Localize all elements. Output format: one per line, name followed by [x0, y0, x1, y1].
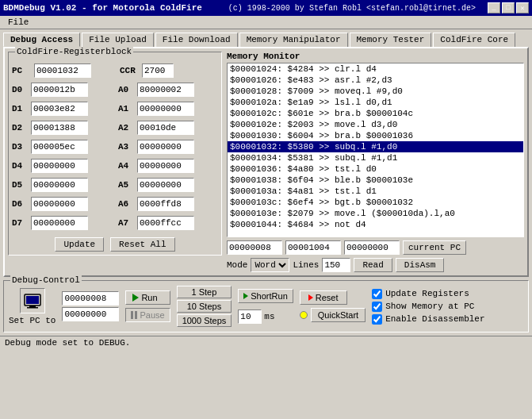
- a0-label: A0: [118, 85, 134, 94]
- memory-list[interactable]: $00001024: $4284 >> clr.l d4$00001026: $…: [227, 63, 524, 237]
- memory-line[interactable]: $00001044: $4684 >> not d4: [228, 219, 523, 230]
- memory-line[interactable]: $0000102a: $e1a9 >> lsl.l d0,d1: [228, 97, 523, 108]
- memory-line[interactable]: $0000103a: $4a81 >> tst.l d1: [228, 186, 523, 197]
- memory-line[interactable]: $0000102e: $2003 >> move.l d3,d0: [228, 119, 523, 130]
- lines-label: Lines: [293, 260, 319, 270]
- ccr-input[interactable]: [142, 63, 174, 78]
- file-menu[interactable]: File: [3, 16, 33, 29]
- pc-ccr-row: PC CCR: [12, 63, 218, 78]
- checkbox-enable-disassembler: Enable Disassembler: [372, 314, 484, 325]
- enable-disassembler-label: Enable Disassembler: [385, 314, 484, 324]
- update-button[interactable]: Update: [55, 237, 104, 252]
- close-button[interactable]: ✕: [516, 2, 529, 13]
- maximize-button[interactable]: □: [502, 2, 515, 13]
- title-bar: BDMDebug V1.02 - for Motorola ColdFire (…: [0, 0, 532, 16]
- update-reset-row: Update Reset All: [12, 237, 218, 252]
- reset-area: Reset QuickStart: [300, 290, 366, 322]
- d5-label: D5: [12, 180, 28, 190]
- memory-line[interactable]: $00001026: $e483 >> asr.l #2,d3: [228, 75, 523, 86]
- a0-input[interactable]: [137, 83, 194, 97]
- step1000-button[interactable]: 1000 Steps: [177, 314, 232, 327]
- memory-line[interactable]: $0000103c: $6ef4 >> bgt.b $00001032: [228, 197, 523, 208]
- memory-line[interactable]: $00001038: $6f04 >> ble.b $0000103e: [228, 175, 523, 186]
- d3-row: D3: [12, 140, 112, 154]
- disasm-button[interactable]: DisAsm: [396, 258, 445, 272]
- a2-input[interactable]: [137, 121, 194, 135]
- memory-line[interactable]: $0000103e: $2079 >> move.l ($000010da).l…: [228, 208, 523, 219]
- tab-file-upload[interactable]: File Upload: [82, 33, 154, 47]
- tab-file-download[interactable]: File Download: [155, 33, 238, 47]
- tab-memory-tester[interactable]: Memory Tester: [350, 33, 432, 47]
- minimize-button[interactable]: _: [488, 2, 500, 13]
- tabs-row: Debug Access File Upload File Download M…: [0, 29, 532, 47]
- step1-button[interactable]: 1 Step: [177, 286, 232, 298]
- memory-line[interactable]: $00001036: $4a80 >> tst.l d0: [228, 163, 523, 175]
- d2-input[interactable]: [31, 121, 88, 135]
- mode-select[interactable]: Word Byte Long: [251, 258, 289, 272]
- a5-label: A5: [118, 180, 134, 190]
- checkboxes-area: Update Registers Show Memory at PC Enabl…: [372, 289, 484, 325]
- a7-input[interactable]: [137, 216, 194, 230]
- d5-input[interactable]: [31, 178, 88, 192]
- main-content: ColdFire-Registerblock PC CCR D0 A0: [3, 47, 529, 277]
- a1-input[interactable]: [137, 102, 194, 116]
- update-registers-checkbox[interactable]: [372, 289, 382, 299]
- debug-control-title: Debug-Control: [10, 275, 82, 285]
- d0-input[interactable]: [31, 83, 88, 97]
- memory-line[interactable]: $00001028: $7009 >> moveq.l #9,d0: [228, 86, 523, 97]
- ccr-label: CCR: [120, 66, 136, 75]
- memory-line[interactable]: $00001032: $5380 >> subq.l #1,d0: [228, 141, 523, 152]
- set-pc-val2[interactable]: [62, 307, 119, 321]
- d4-label: D4: [12, 161, 28, 171]
- set-pc-val1[interactable]: [62, 291, 119, 306]
- register-grid: D0 A0 D1 A1 D2: [12, 83, 218, 233]
- pc-input[interactable]: [34, 63, 91, 78]
- reset-all-button[interactable]: Reset All: [110, 237, 174, 252]
- pc-label: PC: [12, 66, 28, 75]
- a5-input[interactable]: [137, 178, 194, 192]
- set-pc-area: Set PC to: [9, 288, 55, 325]
- addr3-input[interactable]: [344, 240, 400, 255]
- d7-label: D7: [12, 218, 28, 228]
- d6-label: D6: [12, 199, 28, 209]
- a1-row: A1: [118, 102, 218, 116]
- memory-line[interactable]: $00001024: $4284 >> clr.l d4: [228, 63, 523, 75]
- addr2-input[interactable]: [285, 240, 341, 255]
- memory-line[interactable]: $00001030: $6004 >> bra.b $00001036: [228, 130, 523, 141]
- a3-row: A3: [118, 140, 218, 154]
- a4-input[interactable]: [137, 159, 194, 173]
- memory-line[interactable]: $0000102c: $601e >> bra.b $0000104c: [228, 108, 523, 119]
- right-panel: Memory Monitor $00001024: $4284 >> clr.l…: [227, 52, 524, 272]
- run-button[interactable]: Run: [125, 290, 170, 305]
- show-memory-checkbox[interactable]: [372, 302, 382, 312]
- d1-input[interactable]: [31, 102, 88, 116]
- menu-bar: File: [0, 16, 532, 29]
- read-button[interactable]: Read: [354, 258, 392, 272]
- lines-input[interactable]: [322, 258, 350, 272]
- show-memory-label: Show Memory at PC: [385, 302, 474, 311]
- quickstart-bulb: [300, 311, 308, 319]
- a6-input[interactable]: [137, 197, 194, 211]
- d3-input[interactable]: [31, 140, 88, 154]
- addr1-input[interactable]: [227, 240, 282, 255]
- reset-button[interactable]: Reset: [300, 290, 347, 305]
- pause-button[interactable]: Pause: [125, 308, 170, 322]
- d6-input[interactable]: [31, 197, 88, 211]
- step10-button[interactable]: 10 Steps: [177, 300, 232, 313]
- d7-input[interactable]: [31, 216, 88, 230]
- tab-coldfire-core[interactable]: ColdFire Core: [433, 33, 515, 47]
- interval-input[interactable]: [238, 309, 262, 324]
- d4-input[interactable]: [31, 159, 88, 173]
- current-pc-button[interactable]: current PC: [403, 240, 466, 255]
- tab-debug-access[interactable]: Debug Access: [3, 33, 80, 47]
- memory-line[interactable]: $00001034: $5381 >> subq.l #1,d1: [228, 152, 523, 163]
- svg-rect-1: [29, 306, 36, 307]
- tab-memory-manipulator[interactable]: Memory Manipulator: [239, 33, 348, 47]
- title-bar-text: BDMDebug V1.02 - for Motorola ColdFire (…: [3, 3, 476, 13]
- quickstart-button[interactable]: QuickStart: [311, 308, 366, 322]
- shortrun-button[interactable]: ShortRun: [238, 289, 293, 303]
- steps-area: 1 Step 10 Steps 1000 Steps: [177, 286, 232, 327]
- d0-row: D0: [12, 83, 112, 97]
- enable-disassembler-checkbox[interactable]: [372, 314, 382, 325]
- a3-input[interactable]: [137, 140, 194, 154]
